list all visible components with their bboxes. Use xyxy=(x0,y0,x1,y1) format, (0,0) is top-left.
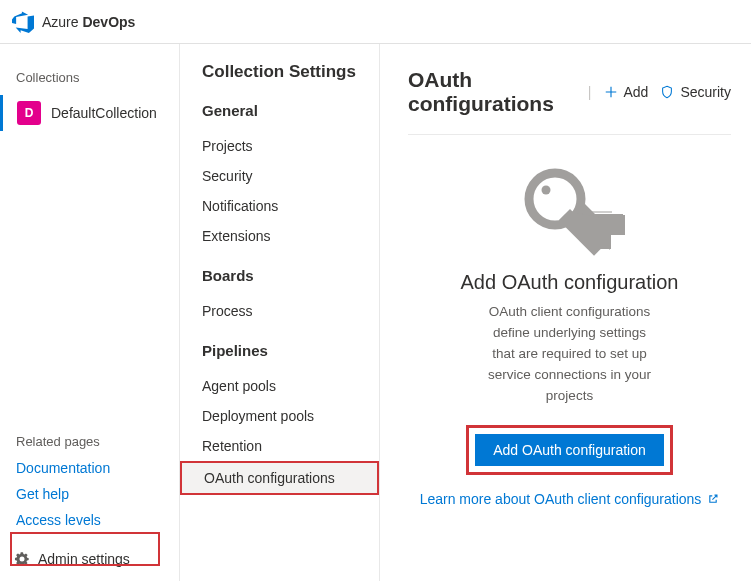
svg-point-1 xyxy=(541,186,550,195)
gear-icon xyxy=(14,551,30,567)
nav-projects[interactable]: Projects xyxy=(202,131,379,161)
nav-extensions[interactable]: Extensions xyxy=(202,221,379,251)
link-get-help[interactable]: Get help xyxy=(0,481,179,507)
nav-security[interactable]: Security xyxy=(202,161,379,191)
empty-state-description: OAuth client configurations define under… xyxy=(485,302,655,407)
content-header: OAuth configurations | Add Security xyxy=(408,68,731,135)
settings-heading: Collection Settings xyxy=(202,62,379,82)
collection-name: DefaultCollection xyxy=(51,105,157,121)
external-link-icon xyxy=(707,493,719,505)
main-layout: Collections D DefaultCollection Related … xyxy=(0,44,751,581)
settings-nav: Collection Settings General Projects Sec… xyxy=(180,44,380,581)
admin-settings-button[interactable]: Admin settings xyxy=(10,545,169,573)
nav-agent-pools[interactable]: Agent pools xyxy=(202,371,379,401)
page-title: OAuth configurations xyxy=(408,68,576,116)
add-button[interactable]: Add xyxy=(604,84,649,100)
top-bar: Azure DevOps xyxy=(0,0,751,44)
content-pane: OAuth configurations | Add Security xyxy=(380,44,751,581)
nav-process[interactable]: Process xyxy=(202,296,379,326)
add-button-label: Add xyxy=(624,84,649,100)
nav-oauth-configurations[interactable]: OAuth configurations xyxy=(180,461,379,495)
collections-title: Collections xyxy=(0,64,179,95)
empty-state-title: Add OAuth configuration xyxy=(461,271,679,294)
collections-sidebar: Collections D DefaultCollection Related … xyxy=(0,44,180,581)
related-pages-title: Related pages xyxy=(0,426,179,455)
nav-deployment-pools[interactable]: Deployment pools xyxy=(202,401,379,431)
learn-more-link[interactable]: Learn more about OAuth client configurat… xyxy=(420,491,720,507)
security-button[interactable]: Security xyxy=(660,84,731,100)
brand-text: Azure DevOps xyxy=(42,14,135,30)
link-documentation[interactable]: Documentation xyxy=(0,455,179,481)
plus-icon xyxy=(604,85,618,99)
add-oauth-configuration-button[interactable]: Add OAuth configuration xyxy=(475,434,664,466)
settings-group-general: General xyxy=(202,102,379,119)
admin-settings-label: Admin settings xyxy=(38,551,130,567)
settings-group-pipelines: Pipelines xyxy=(202,342,379,359)
security-button-label: Security xyxy=(680,84,731,100)
collection-avatar: D xyxy=(17,101,41,125)
header-separator: | xyxy=(588,84,592,100)
nav-retention[interactable]: Retention xyxy=(202,431,379,461)
collection-item-default[interactable]: D DefaultCollection xyxy=(0,95,179,131)
settings-group-boards: Boards xyxy=(202,267,379,284)
nav-notifications[interactable]: Notifications xyxy=(202,191,379,221)
empty-state: Add OAuth configuration OAuth client con… xyxy=(408,135,731,581)
learn-more-label: Learn more about OAuth client configurat… xyxy=(420,491,702,507)
link-access-levels[interactable]: Access levels xyxy=(0,507,179,533)
azure-devops-icon xyxy=(12,11,34,33)
brand-logo[interactable]: Azure DevOps xyxy=(12,11,135,33)
key-icon xyxy=(515,159,625,259)
shield-icon xyxy=(660,85,674,99)
